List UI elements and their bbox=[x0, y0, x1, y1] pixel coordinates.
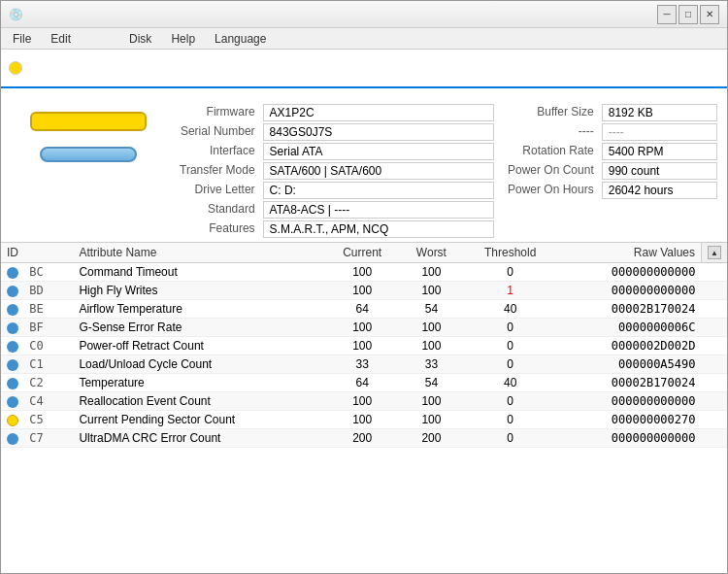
table-row: C0 Power-off Retract Count 100 100 0 000… bbox=[1, 337, 727, 355]
transfer-label: Transfer Mode bbox=[176, 162, 259, 180]
col-scroll: ▲ bbox=[702, 243, 728, 263]
cell-threshold: 40 bbox=[463, 374, 558, 392]
rotation-label: Rotation Rate bbox=[504, 143, 598, 160]
app-window: 💿 ─ □ ✕ File Edit Disk Help Language bbox=[0, 0, 728, 574]
disk-title bbox=[1, 88, 727, 104]
cell-raw: 0000002D002D bbox=[558, 337, 702, 355]
firmware-label: Firmware bbox=[176, 104, 259, 121]
menu-file[interactable]: File bbox=[5, 30, 39, 48]
menu-disk[interactable]: Disk bbox=[121, 30, 159, 48]
cell-scroll-space bbox=[702, 355, 728, 374]
cell-scroll-space bbox=[702, 263, 728, 282]
table-wrapper: ID Attribute Name Current Worst Threshol… bbox=[1, 243, 727, 573]
menu-theme[interactable] bbox=[102, 37, 117, 41]
cell-threshold: 0 bbox=[463, 411, 558, 429]
table-header-row: ID Attribute Name Current Worst Threshol… bbox=[1, 243, 727, 263]
status-bar-top bbox=[1, 50, 727, 88]
menu-bar: File Edit Disk Help Language bbox=[1, 28, 727, 50]
minimize-button[interactable]: ─ bbox=[657, 5, 677, 24]
health-badge bbox=[30, 112, 147, 131]
features-value: S.M.A.R.T., APM, NCQ bbox=[263, 220, 494, 238]
cell-worst: 54 bbox=[400, 300, 463, 319]
maximize-button[interactable]: □ bbox=[678, 5, 698, 24]
table-row: BD High Fly Writes 100 100 1 00000000000… bbox=[1, 282, 727, 300]
cell-scroll-space bbox=[702, 282, 728, 300]
power-on-count-label: Power On Count bbox=[504, 162, 598, 180]
cell-scroll-space bbox=[702, 319, 728, 337]
cell-name: G-Sense Error Rate bbox=[73, 319, 324, 337]
cell-threshold: 0 bbox=[463, 319, 558, 337]
cell-scroll-space bbox=[702, 411, 728, 429]
cell-current: 64 bbox=[324, 374, 400, 392]
col-threshold: Threshold bbox=[463, 243, 558, 263]
power-on-hours-value: 26042 hours bbox=[602, 182, 717, 199]
standard-label: Standard bbox=[176, 201, 259, 219]
cell-worst: 100 bbox=[400, 263, 463, 282]
cell-raw: 00002B170024 bbox=[558, 300, 702, 319]
cell-raw: 000000000000 bbox=[558, 392, 702, 411]
col-worst: Worst bbox=[400, 243, 463, 263]
cell-raw: 00002B170024 bbox=[558, 374, 702, 392]
cell-current: 100 bbox=[324, 392, 400, 411]
transfer-value: SATA/600 | SATA/600 bbox=[263, 162, 494, 180]
cell-scroll-space bbox=[702, 392, 728, 411]
cell-current: 100 bbox=[324, 263, 400, 282]
cell-id: C1 bbox=[1, 355, 73, 374]
col-name: Attribute Name bbox=[73, 243, 324, 263]
cell-worst: 100 bbox=[400, 392, 463, 411]
blank-label: ---- bbox=[504, 123, 598, 141]
cell-current: 100 bbox=[324, 282, 400, 300]
cell-threshold: 0 bbox=[463, 263, 558, 282]
drive-letter-value: C: D: bbox=[263, 182, 494, 199]
close-button[interactable]: ✕ bbox=[700, 5, 719, 24]
cell-worst: 100 bbox=[400, 282, 463, 300]
title-bar-controls: ─ □ ✕ bbox=[657, 5, 719, 24]
firmware-value: AX1P2C bbox=[263, 104, 494, 121]
drive-letter-label: Drive Letter bbox=[176, 182, 259, 199]
cell-current: 100 bbox=[324, 337, 400, 355]
cell-threshold: 1 bbox=[463, 282, 558, 300]
cell-name: Airflow Temperature bbox=[73, 300, 324, 319]
table-row: C7 UltraDMA CRC Error Count 200 200 0 00… bbox=[1, 429, 727, 448]
cell-id: C4 bbox=[1, 392, 73, 411]
cell-id: C5 bbox=[1, 411, 73, 429]
cell-name: Load/Unload Cycle Count bbox=[73, 355, 324, 374]
power-on-count-value: 990 count bbox=[602, 162, 717, 180]
table-row: C2 Temperature 64 54 40 00002B170024 bbox=[1, 374, 727, 392]
cell-threshold: 40 bbox=[463, 300, 558, 319]
menu-function[interactable] bbox=[83, 37, 98, 41]
info-left bbox=[11, 104, 166, 238]
title-bar-left: 💿 bbox=[9, 8, 29, 21]
standard-value: ATA8-ACS | ---- bbox=[263, 201, 494, 219]
title-bar: 💿 ─ □ ✕ bbox=[1, 1, 727, 28]
cell-name: Command Timeout bbox=[73, 263, 324, 282]
menu-language[interactable]: Language bbox=[207, 30, 274, 48]
buffer-label: Buffer Size bbox=[504, 104, 598, 121]
cell-current: 100 bbox=[324, 411, 400, 429]
cell-current: 64 bbox=[324, 300, 400, 319]
cell-scroll-space bbox=[702, 337, 728, 355]
info-section: Firmware AX1P2C Serial Number 843GS0J7S … bbox=[1, 104, 727, 238]
table-scroll: ID Attribute Name Current Worst Threshol… bbox=[1, 243, 727, 573]
cell-threshold: 0 bbox=[463, 355, 558, 374]
cell-id: BF bbox=[1, 319, 73, 337]
cell-id: BC bbox=[1, 263, 73, 282]
cell-id: C0 bbox=[1, 337, 73, 355]
buffer-value: 8192 KB bbox=[602, 104, 717, 121]
smart-table-container: ID Attribute Name Current Worst Threshol… bbox=[1, 242, 727, 573]
menu-edit[interactable]: Edit bbox=[43, 30, 79, 48]
table-row: BC Command Timeout 100 100 0 00000000000… bbox=[1, 263, 727, 282]
cell-name: High Fly Writes bbox=[73, 282, 324, 300]
cell-id: C7 bbox=[1, 429, 73, 448]
menu-help[interactable]: Help bbox=[163, 30, 203, 48]
cell-worst: 100 bbox=[400, 337, 463, 355]
cell-raw: 000000A5490 bbox=[558, 355, 702, 374]
cell-current: 33 bbox=[324, 355, 400, 374]
cell-name: UltraDMA CRC Error Count bbox=[73, 429, 324, 448]
cell-raw: 000000000000 bbox=[558, 282, 702, 300]
info-center: Firmware AX1P2C Serial Number 843GS0J7S … bbox=[176, 104, 494, 238]
cell-scroll-space bbox=[702, 374, 728, 392]
col-raw: Raw Values bbox=[558, 243, 702, 263]
features-label: Features bbox=[176, 220, 259, 238]
smart-table-body: BC Command Timeout 100 100 0 00000000000… bbox=[1, 263, 727, 448]
